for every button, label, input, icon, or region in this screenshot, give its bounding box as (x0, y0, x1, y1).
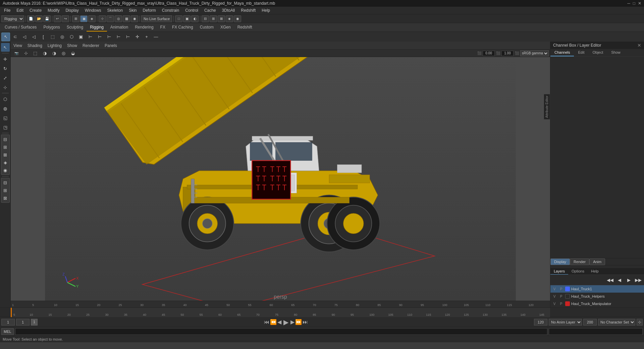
shelf-polygons[interactable]: Polygons (40, 23, 63, 32)
menu-3dtoall[interactable]: 3DtoAll (219, 7, 238, 13)
layer-prev2-btn[interactable]: ◀ (615, 276, 624, 284)
mel-label[interactable]: MEL (1, 328, 14, 335)
layer-end-btn[interactable]: ▶▶ (634, 276, 643, 284)
viewport-3d[interactable]: persp X Y Z (11, 57, 550, 301)
snap5-btn[interactable]: ◉ (2, 166, 9, 174)
frame-start-input[interactable] (1, 319, 15, 326)
go-start-btn[interactable]: ⏮ (264, 319, 269, 325)
plus-btn[interactable]: + (142, 33, 151, 41)
snap-curve-btn[interactable]: ⌒ (107, 15, 114, 22)
open-scene-btn[interactable]: 📂 (35, 15, 43, 22)
options-tab[interactable]: Options (568, 268, 588, 275)
layer-p-2[interactable]: P (558, 302, 564, 306)
save-scene-btn[interactable]: 💾 (43, 15, 51, 22)
shelf-rigging[interactable]: Rigging (87, 23, 107, 32)
display-tab[interactable]: Display (550, 258, 570, 265)
show-lt-btn[interactable]: ◱ (1, 113, 10, 122)
prev-key-btn[interactable]: ⏪ (270, 319, 277, 325)
char-set-dropdown[interactable]: No Character Set (598, 319, 635, 326)
command-input[interactable] (15, 328, 547, 335)
menu-windows[interactable]: Windows (82, 7, 104, 13)
keying-btn[interactable]: ⊹ (637, 319, 643, 326)
cage-btn[interactable]: ⬡ (67, 33, 76, 41)
menu-help[interactable]: Help (259, 7, 273, 13)
rotate-lt-btn[interactable]: ↻ (1, 64, 10, 73)
shelf-sculpting[interactable]: Sculpting (63, 23, 87, 32)
render2-btn[interactable]: ⊞ (2, 187, 9, 194)
minimize-btn[interactable]: ─ (627, 1, 630, 6)
select-by-component-btn[interactable]: ▣ (80, 15, 88, 22)
menu-file[interactable]: File (1, 7, 13, 13)
tool2-btn[interactable]: ⊢ (95, 33, 104, 41)
range-end2-input[interactable] (583, 319, 597, 326)
shelf-redshift[interactable]: Redshift (234, 23, 256, 32)
snap2-btn[interactable]: ⊞ (2, 143, 9, 151)
anim-layer-dropdown[interactable]: No Anim Layer (549, 319, 582, 326)
go-end-btn[interactable]: ⏭ (303, 319, 308, 325)
menu-create[interactable]: Create (27, 7, 44, 13)
frame-selector-btn[interactable]: 1 (31, 319, 38, 326)
render-tab[interactable]: Render (570, 258, 589, 265)
frame-current-input[interactable] (16, 319, 30, 326)
vis-btn3[interactable]: ⊠ (218, 15, 225, 22)
softmod2-btn[interactable]: [ (39, 33, 48, 41)
shelf-fx-caching[interactable]: FX Caching (169, 23, 197, 32)
layers-tab[interactable]: Layers (550, 268, 568, 275)
menu-constrain[interactable]: Constrain (159, 7, 182, 13)
menu-redshift[interactable]: Redshift (238, 7, 258, 13)
menu-deform[interactable]: Deform (140, 7, 159, 13)
exposure-value[interactable] (483, 51, 495, 56)
tool4-btn[interactable]: ⊢ (114, 33, 123, 41)
layer-prev-btn[interactable]: ◀◀ (606, 276, 614, 284)
vis-btn2[interactable]: ⊞ (210, 15, 217, 22)
vis-btn5[interactable]: ◉ (234, 15, 241, 22)
tool5-btn[interactable]: ⊢ (123, 33, 132, 41)
snap1-btn[interactable]: ⊟ (2, 136, 9, 143)
layer-p-0[interactable]: P (558, 287, 564, 291)
tool3-btn[interactable]: ⊢ (105, 33, 113, 41)
shelf-custom[interactable]: Custom (197, 23, 217, 32)
render1-btn[interactable]: ⊟ (2, 179, 9, 186)
view-menu[interactable]: View (13, 43, 22, 48)
scale-lt-btn[interactable]: ⤢ (1, 73, 10, 82)
timeline-ruler[interactable]: 5 10 15 20 25 30 35 40 45 50 55 60 65 70… (11, 308, 550, 317)
renderer-menu[interactable]: Renderer (83, 43, 99, 48)
shelf-fx[interactable]: FX (157, 23, 169, 32)
gamma-value[interactable] (501, 51, 514, 56)
universal-lt-btn[interactable]: ⊹ (1, 83, 10, 92)
vp-wireframe-btn[interactable]: ⬚ (31, 49, 40, 58)
layer-v-0[interactable]: V (552, 287, 557, 291)
shelf-animation[interactable]: Animation (107, 23, 131, 32)
maximize-btn[interactable]: □ (633, 1, 635, 6)
vp-shadows-btn[interactable]: ◒ (68, 49, 77, 58)
rp-tab-channels[interactable]: Channels (550, 49, 574, 56)
select-by-hierarchy-btn[interactable]: ⊞ (72, 15, 79, 22)
undo-btn[interactable]: ↩ (54, 15, 61, 22)
layer-row-0[interactable]: V P Haul_Truck1 (550, 285, 644, 293)
minus-btn[interactable]: — (152, 33, 160, 41)
layer-row-2[interactable]: V P Haul_Truck_Manipulator (550, 300, 644, 307)
snap-grid-btn[interactable]: ⊹ (99, 15, 106, 22)
vp-textured-btn[interactable]: ◑ (50, 49, 58, 58)
menu-display[interactable]: Display (63, 7, 81, 13)
range-end-input[interactable] (534, 319, 547, 326)
proxy-btn[interactable]: ▣ (76, 33, 85, 41)
prev-frame-btn[interactable]: ◀ (277, 319, 281, 325)
layer-v-1[interactable]: V (552, 295, 557, 298)
menu-skin[interactable]: Skin (126, 7, 139, 13)
show-menu[interactable]: Show (67, 43, 77, 48)
rp-close-btn[interactable]: ✕ (637, 43, 641, 48)
move-lt-btn[interactable]: ✛ (1, 55, 10, 63)
rp-tab-edit[interactable]: Edit (574, 49, 588, 56)
select-lt-btn[interactable]: ↖ (1, 43, 10, 52)
next-key-btn[interactable]: ⏩ (295, 319, 302, 325)
panels-menu[interactable]: Panels (105, 43, 117, 48)
layer-p-1[interactable]: P (558, 295, 564, 298)
menu-modify[interactable]: Modify (45, 7, 62, 13)
menu-skeleton[interactable]: Skeleton (104, 7, 125, 13)
close-btn[interactable]: ✕ (638, 1, 641, 6)
select-btn[interactable]: ◈ (88, 15, 96, 22)
shelf-rendering[interactable]: Rendering (131, 23, 157, 32)
next-frame-btn[interactable]: ▶ (290, 319, 294, 325)
paint-select-btn[interactable]: ◁ (20, 33, 29, 41)
